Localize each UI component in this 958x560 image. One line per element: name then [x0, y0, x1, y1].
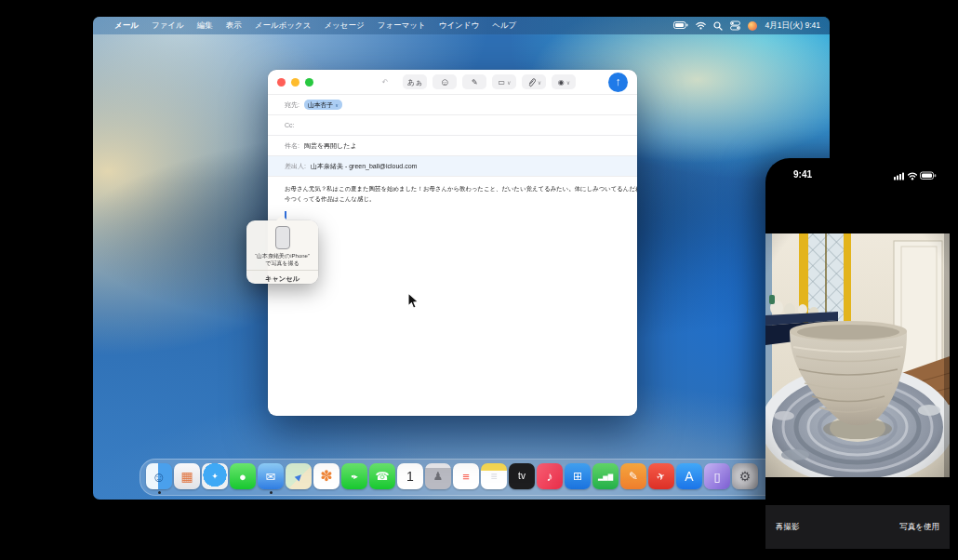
reminders-icon[interactable]: ≡	[453, 460, 479, 494]
system-settings-icon[interactable]: ⚙	[732, 460, 758, 494]
cc-label: Cc:	[285, 122, 295, 128]
body-line-2: 今つくってる作品はこんな感じ。	[285, 194, 620, 205]
photos-icon[interactable]: ✽	[313, 460, 339, 494]
menu-5[interactable]: メッセージ	[317, 20, 370, 32]
battery-icon[interactable]	[673, 21, 688, 30]
menu-8[interactable]: ヘルプ	[486, 20, 523, 32]
paperclip-icon	[527, 77, 536, 87]
emoji-button[interactable]: ☺	[432, 74, 457, 89]
numbers-icon[interactable]: ▂▅▇	[592, 460, 619, 494]
dock-items: ☺▦✦●✉▶✽▪▸☎1♟≡≡tv♪⊞▂▅▇✎✈A▯⚙↓	[146, 460, 782, 494]
menu-4[interactable]: メールボックス	[248, 20, 318, 32]
header-fields-icon: ▭	[498, 78, 505, 87]
send-arrow-icon: ↑	[616, 75, 621, 88]
iphone-status-icons	[894, 170, 937, 180]
menu-7[interactable]: ウインドウ	[432, 20, 486, 32]
format-button[interactable]: あぁ	[403, 74, 427, 89]
undo-button[interactable]: ↶	[373, 74, 397, 89]
chevron-down-icon: ∨	[566, 79, 570, 86]
dock: ☺▦✦●✉▶✽▪▸☎1♟≡≡tv♪⊞▂▅▇✎✈A▯⚙↓	[140, 459, 789, 496]
wifi-icon[interactable]	[696, 21, 706, 30]
chevron-down-icon: ∨	[507, 79, 511, 86]
contacts-icon[interactable]: ♟	[425, 460, 451, 494]
camera-action-bar: 再撮影 写真を使用	[765, 505, 950, 549]
retake-button[interactable]: 再撮影	[776, 522, 800, 533]
use-photo-button[interactable]: 写真を使用	[899, 522, 939, 533]
window-titlebar: ↶ あぁ ☺ ✎ ▭∨ ∨ ◉∨ ↑	[268, 70, 637, 95]
recipient-token[interactable]: 山本杏子 ∨	[304, 100, 342, 110]
keynote-icon[interactable]: ⊞	[565, 460, 591, 494]
maps-icon[interactable]: ▶	[286, 460, 312, 494]
mail-compose-window: ↶ あぁ ☺ ✎ ▭∨ ∨ ◉∨ ↑ 宛先: 山本杏子 ∨ Cc:	[268, 70, 637, 416]
header-fields-button[interactable]: ▭∨	[492, 74, 516, 89]
menu-1[interactable]: ファイル	[145, 20, 191, 32]
calendar-icon[interactable]: 1	[397, 460, 423, 494]
popover-device-line: “山本奈緒美のiPhone”	[255, 252, 310, 260]
body-line-1: お母さん元気？私はこの夏また陶芸を始めました！お母さんから教わったこと、だいたい…	[285, 184, 620, 194]
music-icon[interactable]: ♪	[537, 460, 563, 494]
app-store-icon[interactable]: A	[676, 460, 702, 494]
pages-icon[interactable]: ✎	[620, 460, 646, 494]
iphone-mirroring-icon[interactable]: ▯	[704, 460, 730, 494]
undo-icon: ↶	[382, 78, 389, 87]
menu-3[interactable]: 表示	[220, 20, 248, 32]
attach-button[interactable]: ∨	[522, 74, 546, 89]
iphone-screen: 9:41	[765, 158, 950, 560]
chevron-down-icon: ∨	[538, 79, 541, 86]
recipient-name: 山本杏子	[308, 100, 333, 110]
popover-action-line: で写真を撮る	[265, 260, 299, 267]
cancel-button[interactable]: キャンセル	[265, 271, 299, 284]
markup-icon: ✎	[472, 78, 478, 87]
subject-label: 件名:	[285, 141, 299, 151]
subject-value: 陶芸を再開したよ	[304, 141, 357, 151]
messages-icon[interactable]: ●	[230, 460, 256, 494]
iphone-device-icon	[275, 226, 290, 249]
send-button[interactable]: ↑	[608, 73, 628, 92]
facetime-icon[interactable]: ▪▸	[341, 460, 367, 494]
mail-icon[interactable]: ✉	[258, 460, 284, 494]
cc-field[interactable]: Cc:	[268, 115, 637, 136]
screen: メールファイル編集表示メールボックスメッセージフォーマットウインドウヘルプ	[0, 0, 958, 560]
menubar-menus: メールファイル編集表示メールボックスメッセージフォーマットウインドウヘルプ	[108, 20, 523, 32]
phone-icon[interactable]: ☎	[369, 460, 395, 494]
mouse-pointer-icon	[407, 292, 419, 310]
subject-field[interactable]: 件名: 陶芸を再開したよ	[268, 136, 637, 156]
format-icon: あぁ	[407, 77, 422, 87]
markup-button[interactable]: ✎	[462, 74, 486, 89]
insert-photo-button[interactable]: ◉∨	[552, 74, 576, 89]
photo-browser-icon: ◉	[558, 78, 565, 87]
iphone-clock: 9:41	[793, 169, 812, 180]
menu-app[interactable]: メール	[108, 20, 145, 32]
notes-icon[interactable]: ≡	[481, 460, 507, 494]
pottery-photo	[765, 233, 950, 477]
continuity-camera-popover: “山本奈緒美のiPhone” で写真を撮る キャンセル	[246, 220, 318, 284]
chevron-down-icon: ∨	[335, 102, 339, 108]
battery-icon	[921, 172, 937, 180]
minimize-window-button[interactable]	[291, 78, 299, 87]
emoji-icon: ☺	[440, 76, 450, 87]
menu-2[interactable]: 編集	[191, 20, 220, 32]
rocket-app-icon[interactable]: ✈	[648, 460, 674, 494]
compose-toolbar: ↶ あぁ ☺ ✎ ▭∨ ∨ ◉∨	[373, 74, 576, 89]
close-window-button[interactable]	[277, 78, 286, 87]
from-field[interactable]: 差出人: 山本奈緒美 - green_ball@icloud.com	[268, 156, 637, 177]
zoom-window-button[interactable]	[305, 78, 313, 87]
menu-6[interactable]: フォーマット	[371, 20, 432, 32]
from-label: 差出人:	[285, 162, 306, 171]
to-label: 宛先:	[285, 100, 299, 110]
menubar: メールファイル編集表示メールボックスメッセージフォーマットウインドウヘルプ	[93, 17, 830, 34]
menubar-clock[interactable]: 4月1日(火) 9:41	[765, 20, 820, 32]
finder-icon[interactable]: ☺	[146, 460, 172, 494]
from-value: 山本奈緒美 - green_ball@icloud.com	[311, 162, 417, 171]
user-avatar-icon[interactable]	[748, 21, 757, 31]
menubar-status: 4月1日(火) 9:41	[673, 20, 830, 32]
to-field[interactable]: 宛先: 山本杏子 ∨	[268, 95, 637, 115]
wifi-icon	[909, 173, 917, 180]
control-center-icon[interactable]	[730, 20, 740, 31]
message-body[interactable]: お母さん元気？私はこの夏また陶芸を始めました！お母さんから教わったこと、だいたい…	[268, 177, 637, 220]
cellular-icon	[894, 173, 904, 180]
safari-icon[interactable]: ✦	[202, 460, 228, 494]
apple-tv-icon[interactable]: tv	[509, 460, 535, 494]
search-icon[interactable]	[713, 21, 723, 31]
launchpad-icon[interactable]: ▦	[174, 460, 200, 494]
